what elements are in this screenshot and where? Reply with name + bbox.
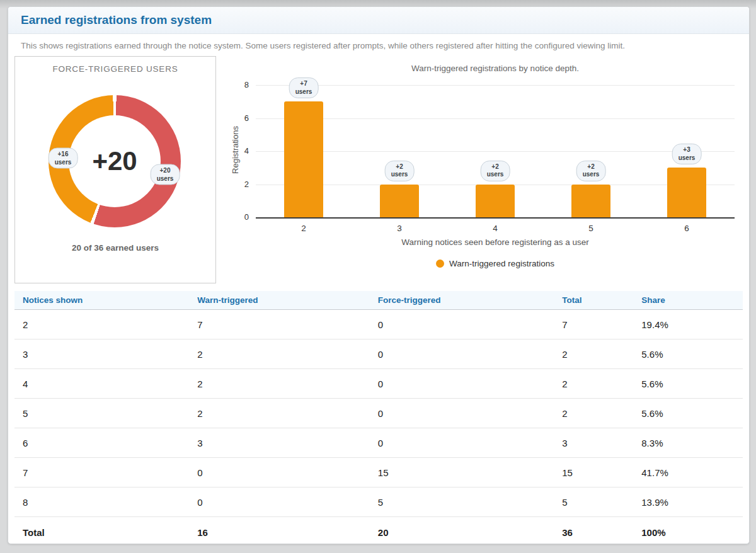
table-cell: 2 bbox=[197, 379, 378, 389]
donut-hole: +20 bbox=[69, 115, 161, 207]
earned-registrations-card: Earned registrations from system This sh… bbox=[8, 6, 750, 544]
page-description: This shows registrations earned through … bbox=[8, 34, 749, 56]
table-cell: 16 bbox=[197, 527, 378, 538]
table-cell: 2 bbox=[197, 408, 378, 419]
x-tick-label: 5 bbox=[588, 224, 593, 233]
donut-label-bubble: +16users bbox=[49, 148, 78, 169]
table-cell: 5.6% bbox=[641, 379, 743, 389]
table-header-row: Notices shownWarn-triggeredForce-trigger… bbox=[14, 291, 743, 310]
x-tick-label: 3 bbox=[397, 224, 402, 233]
x-tick-label: 4 bbox=[493, 224, 498, 233]
table-cell: 3 bbox=[197, 438, 378, 448]
x-tick-label: 2 bbox=[301, 224, 306, 233]
table-cell: 2 bbox=[14, 319, 197, 330]
bar-chart-title: Warn-triggered registrations by notice d… bbox=[256, 64, 735, 73]
bar-label-bubble: +2users bbox=[576, 161, 606, 181]
legend-dot-icon bbox=[436, 259, 444, 268]
bar-label-bubble: +3users bbox=[672, 144, 702, 164]
bar bbox=[667, 168, 706, 217]
card-header: Earned registrations from system bbox=[8, 7, 749, 34]
table-cell: 3 bbox=[14, 349, 197, 360]
table-header-cell: Share bbox=[641, 295, 743, 305]
donut-title: FORCE-TRIGGERED USERS bbox=[15, 64, 215, 74]
table-cell: 2 bbox=[197, 349, 378, 360]
y-tick-label: 8 bbox=[227, 80, 249, 89]
y-tick-label: 2 bbox=[227, 180, 249, 189]
table-header-cell: Warn-triggered bbox=[197, 295, 378, 305]
table-cell: 15 bbox=[378, 467, 562, 478]
gridline bbox=[256, 85, 735, 86]
table-cell: 36 bbox=[562, 527, 641, 538]
charts-row: FORCE-TRIGGERED USERS +20 +20users+16use… bbox=[8, 56, 749, 287]
table-cell: 5.6% bbox=[641, 408, 743, 419]
y-tick-label: 0 bbox=[227, 212, 249, 222]
bar-label-bubble: +7users bbox=[289, 77, 319, 98]
table-cell: 19.4% bbox=[641, 319, 743, 330]
table-cell: 6 bbox=[14, 438, 197, 448]
legend-label: Warn-triggered registrations bbox=[449, 259, 554, 268]
table-header-cell: Force-triggered bbox=[378, 295, 562, 305]
bar bbox=[476, 185, 515, 218]
bar bbox=[571, 185, 610, 218]
table-cell: 0 bbox=[197, 497, 378, 508]
table-cell: 0 bbox=[378, 438, 562, 448]
table-cell: 0 bbox=[378, 408, 562, 419]
table-cell: 2 bbox=[562, 408, 641, 419]
registrations-table: Notices shownWarn-triggeredForce-trigger… bbox=[14, 291, 743, 544]
table-row: 32025.6% bbox=[14, 339, 743, 369]
table-cell: 15 bbox=[562, 467, 641, 478]
bar-chart: Warn-triggered registrations by notice d… bbox=[227, 59, 745, 285]
y-tick-label: 4 bbox=[227, 146, 249, 156]
table-cell: 5.6% bbox=[641, 349, 743, 360]
x-axis-label: Warning notices seen before registering … bbox=[256, 237, 735, 247]
table-cell: 5 bbox=[378, 497, 562, 508]
donut-label-bubble: +20users bbox=[151, 164, 180, 185]
table-cell: 2 bbox=[562, 349, 641, 360]
table-header-cell: Total bbox=[562, 295, 641, 305]
gridline bbox=[256, 118, 735, 119]
bar bbox=[380, 185, 419, 218]
table-row: 63038.3% bbox=[14, 428, 743, 458]
table-cell: 8 bbox=[14, 497, 197, 508]
x-axis-line bbox=[256, 217, 735, 219]
donut-center-value: +20 bbox=[92, 146, 137, 176]
table-cell: 8.3% bbox=[641, 438, 743, 448]
table-cell: 0 bbox=[378, 349, 562, 360]
gridline bbox=[256, 151, 735, 152]
table-row: 270719.4% bbox=[14, 310, 743, 339]
page-title: Earned registrations from system bbox=[21, 13, 212, 27]
table-cell: 4 bbox=[14, 379, 197, 389]
bar-label-bubble: +2users bbox=[385, 161, 415, 181]
table-cell: 7 bbox=[14, 467, 197, 478]
table-row: 805513.9% bbox=[14, 487, 743, 517]
table-cell: Total bbox=[14, 527, 197, 538]
donut-caption: 20 of 36 earned users bbox=[15, 243, 215, 253]
bar-label-bubble: +2users bbox=[481, 161, 510, 181]
table-row: 42025.6% bbox=[14, 369, 743, 399]
table-cell: 13.9% bbox=[641, 497, 743, 508]
table-cell: 41.7% bbox=[641, 467, 743, 478]
table-total-row: Total162036100% bbox=[14, 517, 743, 544]
force-triggered-panel: FORCE-TRIGGERED USERS +20 +20users+16use… bbox=[14, 56, 216, 283]
legend: Warn-triggered registrations bbox=[256, 259, 735, 268]
table-cell: 7 bbox=[562, 319, 641, 330]
table-header-cell: Notices shown bbox=[14, 295, 197, 305]
table-cell: 0 bbox=[197, 467, 378, 478]
table-cell: 5 bbox=[562, 497, 641, 508]
table-row: 70151541.7% bbox=[14, 458, 743, 487]
table-cell: 7 bbox=[197, 319, 378, 330]
table-cell: 20 bbox=[378, 527, 562, 538]
table-cell: 100% bbox=[641, 527, 743, 538]
table-row: 52025.6% bbox=[14, 399, 743, 428]
x-tick-label: 6 bbox=[684, 224, 689, 233]
table-cell: 0 bbox=[378, 319, 562, 330]
table-cell: 3 bbox=[562, 438, 641, 448]
table-cell: 0 bbox=[378, 379, 562, 389]
table-body: 270719.4%32025.6%42025.6%52025.6%63038.3… bbox=[14, 310, 743, 544]
table-cell: 5 bbox=[14, 408, 197, 419]
table-cell: 2 bbox=[562, 379, 641, 389]
bar bbox=[284, 101, 323, 217]
y-tick-label: 6 bbox=[227, 113, 249, 123]
